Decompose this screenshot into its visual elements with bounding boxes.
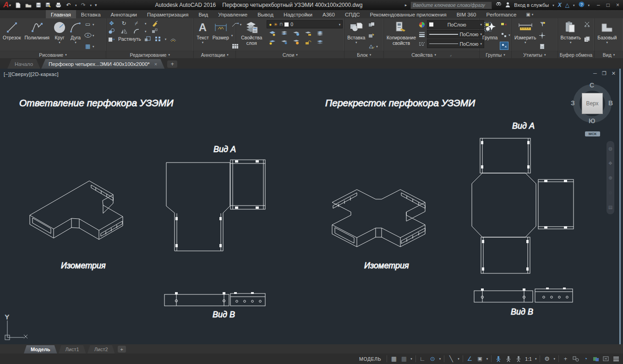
paste-button[interactable]: Вставить ▾ (559, 20, 583, 45)
attribute-dropdown-icon[interactable]: ▾ (376, 45, 378, 48)
user-icon[interactable] (505, 2, 510, 9)
layer-thaw-icon[interactable] (280, 38, 288, 46)
erase-icon[interactable] (151, 20, 159, 27)
right-top-view[interactable] (472, 138, 574, 273)
new-drawing-tab-button[interactable]: + (167, 60, 177, 68)
annotation-visibility-icon[interactable] (495, 355, 502, 363)
isodraft-dropdown-icon[interactable]: ▾ (458, 357, 459, 360)
minimize-button[interactable]: – (597, 2, 600, 8)
trim-dropdown-icon[interactable]: ▾ (145, 22, 147, 25)
model-space-drawing[interactable]: Ответвление перфокора УЗЭМИ Вид А Изомет… (0, 69, 623, 344)
tab-insert[interactable]: Вставка (76, 10, 106, 18)
fillet-dropdown-icon[interactable]: ▾ (145, 30, 147, 33)
panel-label-view[interactable]: Вид▾ (595, 51, 623, 58)
text-button[interactable]: A Текст ▾ (195, 20, 210, 45)
new-file-icon[interactable] (15, 2, 22, 8)
exchange-apps-icon[interactable]: X (558, 2, 562, 8)
edit-attribute-icon[interactable] (367, 32, 375, 39)
layer-freeze-btn-icon[interactable] (292, 30, 300, 37)
ellipse-tool-icon[interactable] (84, 32, 92, 39)
ellipse-dropdown-icon[interactable]: ▾ (93, 34, 94, 37)
polar-dropdown-icon[interactable]: ▾ (439, 357, 441, 360)
layer-walk-icon[interactable] (316, 38, 324, 46)
calculator-icon[interactable] (538, 43, 546, 50)
infocenter-toggle-icon[interactable]: ▸ (405, 3, 407, 7)
pan-icon[interactable]: ✥ (608, 161, 612, 166)
tab-performance[interactable]: Performance (481, 10, 521, 18)
annotation-scale-icon[interactable] (515, 355, 522, 363)
grid-display-icon[interactable]: ▦ (390, 355, 397, 363)
tab-bim360[interactable]: BIM 360 (452, 10, 481, 18)
help-icon[interactable]: ? (579, 1, 585, 9)
file-tab-close-icon[interactable]: × (154, 61, 157, 67)
ortho-mode-icon[interactable]: ∟ (419, 355, 426, 363)
arc-dropdown-icon[interactable]: ▾ (75, 41, 77, 44)
offset-icon[interactable] (169, 35, 177, 43)
redo-dropdown-icon[interactable]: ▾ (90, 4, 92, 7)
wcs-menu-button[interactable]: МСК (585, 131, 600, 136)
hatch-dropdown-icon[interactable]: ▾ (93, 45, 94, 48)
viewcube-north[interactable]: С (590, 81, 594, 89)
arc-button[interactable]: Дуга ▾ (68, 20, 83, 45)
snap-mode-icon[interactable]: ▦ (400, 355, 407, 363)
showmotion-icon[interactable]: ▤ (608, 205, 612, 210)
panel-label-draw[interactable]: Рисование▾ (0, 51, 106, 58)
navigation-bar[interactable]: ◍ ✥ ⊕ ◌ ▤ (607, 141, 614, 214)
layout2-tab[interactable]: Лист2 (87, 345, 115, 353)
define-attribute-icon[interactable] (367, 43, 375, 50)
group-edit-icon[interactable] (500, 31, 508, 38)
autocad-logo[interactable]: A▾ (0, 0, 14, 10)
insert-dropdown-icon[interactable]: ▾ (355, 41, 357, 44)
osnap-dropdown-icon[interactable]: ▾ (486, 357, 488, 360)
a360-dropdown-icon[interactable]: ▾ (573, 4, 575, 7)
panel-label-annotation[interactable]: Аннотации▾ (194, 51, 235, 58)
copy-clip-icon[interactable] (583, 35, 591, 43)
hatch-tool-icon[interactable]: ▦ (84, 43, 92, 50)
circle-dropdown-icon[interactable]: ▾ (59, 41, 60, 44)
model-space-button[interactable]: МОДЕЛЬ (357, 355, 383, 363)
array-dropdown-icon[interactable]: ▾ (165, 38, 167, 41)
restore-button[interactable]: □ (607, 2, 610, 8)
tab-spds[interactable]: СПДС (340, 10, 365, 18)
rectangle-dropdown-icon[interactable]: ▾ (93, 23, 94, 26)
group-selection-toggle-icon[interactable] (500, 42, 508, 50)
dim-style-dropdown-icon[interactable]: ▾ (231, 34, 233, 37)
isolate-objects-icon[interactable] (572, 355, 579, 363)
circle-button[interactable]: Круг ▾ (52, 20, 67, 45)
tab-addins[interactable]: Надстройки (279, 10, 317, 18)
polyline-button[interactable]: Полилиния (23, 20, 51, 41)
trim-icon[interactable]: ⌿ (132, 20, 140, 27)
new-layout-button[interactable]: + (118, 346, 126, 353)
point-icon[interactable] (538, 32, 546, 39)
object-snap-icon[interactable]: ∠ (466, 355, 473, 363)
customization-menu-icon[interactable] (612, 355, 619, 363)
move-icon[interactable]: ✥ (108, 20, 115, 27)
ribbon-display-options[interactable]: ▣▾ (526, 10, 533, 18)
drawing-canvas[interactable]: [−][Сверху][2D-каркас] ─ ❐ ✕ (0, 69, 623, 344)
close-button[interactable]: × (616, 2, 619, 8)
tab-output[interactable]: Вывод (252, 10, 279, 18)
viewcube-south[interactable]: Ю (589, 117, 595, 125)
viewcube-top-face[interactable]: Верх (582, 93, 603, 114)
layer-isolate-icon[interactable] (280, 30, 288, 37)
orbit-icon[interactable]: ◌ (609, 190, 612, 195)
measure-button[interactable]: Измерить ▾ (513, 20, 537, 45)
panel-label-utilities[interactable]: Утилиты▾ (512, 51, 557, 58)
tab-featured-apps[interactable]: Рекомендованные приложения (365, 10, 452, 18)
panel-label-groups[interactable]: Группы▾ (480, 51, 511, 58)
line-button[interactable]: Отрезок (1, 20, 22, 41)
properties-dialog-launcher-icon[interactable]: ⌟ (450, 53, 452, 57)
layer-on-all-icon[interactable] (268, 38, 276, 46)
dimension-button[interactable]: Размер (211, 20, 230, 41)
layer-lock-btn-icon[interactable] (304, 30, 312, 37)
object-color-select[interactable]: ПоСлою ▾ (427, 20, 484, 29)
ucs-icon[interactable]: Y (5, 314, 27, 340)
sign-in-button[interactable]: Вход в службы (514, 2, 549, 8)
left-isometric-view[interactable] (30, 181, 123, 239)
explode-icon[interactable] (151, 27, 159, 35)
qat-customize-icon[interactable]: ▾ (95, 3, 97, 7)
viewcube-west[interactable]: З (571, 99, 575, 107)
redo-icon[interactable]: ↷ (80, 2, 87, 8)
viewcube[interactable]: С З В Ю Верх (571, 82, 613, 125)
layer-match-icon[interactable] (316, 30, 324, 37)
